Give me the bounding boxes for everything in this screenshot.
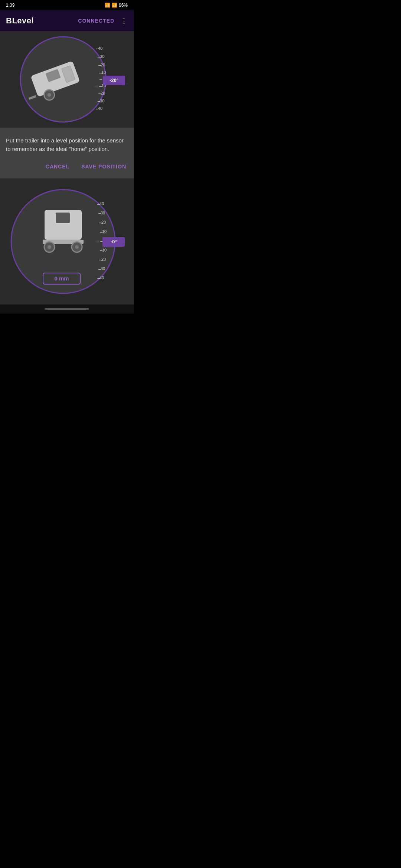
svg-rect-30 — [56, 213, 70, 223]
svg-text:20: 20 — [101, 257, 106, 262]
status-bar: 1:39 📶 📶 96% — [0, 0, 134, 10]
svg-text:30: 30 — [101, 211, 105, 215]
status-icons: 📶 📶 96% — [105, 3, 128, 8]
svg-text:40: 40 — [100, 276, 104, 280]
svg-text:20: 20 — [101, 63, 105, 67]
svg-text:-20°: -20° — [110, 78, 118, 83]
svg-text:40: 40 — [98, 106, 102, 111]
gauge-side-view: 40 30 20 10 0 10 20 — [0, 31, 134, 128]
svg-text:0 mm: 0 mm — [54, 275, 69, 282]
svg-text:-0°: -0° — [111, 239, 117, 244]
svg-text:40: 40 — [98, 46, 102, 50]
svg-point-33 — [48, 245, 51, 249]
svg-text:30: 30 — [100, 54, 104, 59]
svg-text:10: 10 — [101, 70, 106, 75]
svg-text:10: 10 — [102, 248, 107, 252]
signal-icon: 📶 — [112, 3, 117, 8]
dialog-actions: CANCEL SAVE POSITION — [6, 161, 128, 172]
save-position-button[interactable]: SAVE POSITION — [80, 161, 128, 172]
gauge2-svg: 40 30 20 10 0 10 20 — [7, 178, 126, 305]
bottom-nav — [0, 305, 134, 313]
app-title: BLevel — [6, 16, 34, 26]
page-wrapper: 1:39 📶 📶 96% BLevel CONNECTED ⋮ — [0, 0, 134, 313]
app-bar-right: CONNECTED ⋮ — [78, 16, 128, 25]
main-content: 40 30 20 10 0 10 20 — [0, 31, 134, 305]
svg-text:20: 20 — [101, 91, 105, 95]
cancel-button[interactable]: CANCEL — [44, 161, 71, 172]
svg-point-35 — [75, 245, 79, 249]
gauge-rear-view: 40 30 20 10 0 10 20 — [0, 178, 134, 305]
svg-text:40: 40 — [100, 201, 104, 206]
app-bar: BLevel CONNECTED ⋮ — [0, 10, 134, 31]
svg-text:30: 30 — [101, 266, 105, 271]
svg-text:20: 20 — [101, 220, 106, 224]
gauge1-svg: 40 30 20 10 0 10 20 — [7, 31, 126, 128]
dialog-message: Put the trailer into a level position fo… — [6, 137, 128, 153]
status-time: 1:39 — [6, 3, 14, 8]
dialog: Put the trailer into a level position fo… — [0, 128, 134, 178]
svg-text:10: 10 — [102, 229, 107, 234]
connected-status: CONNECTED — [78, 18, 114, 24]
svg-text:30: 30 — [100, 99, 104, 103]
wifi-icon: 📶 — [105, 3, 110, 8]
menu-icon[interactable]: ⋮ — [120, 16, 128, 25]
nav-pill — [45, 308, 89, 310]
battery-label: 96% — [119, 3, 128, 8]
